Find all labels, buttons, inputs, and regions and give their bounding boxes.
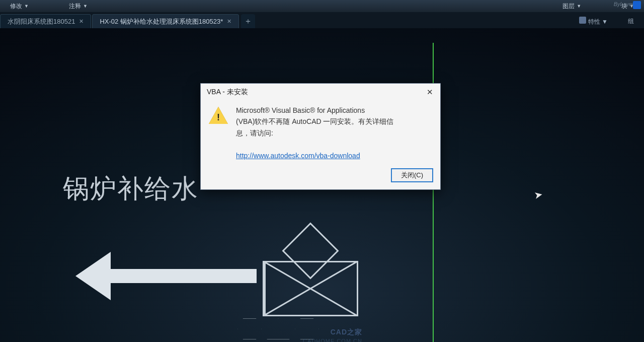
- document-tabs: 水阴阳床系统图180521 ✕ HX-02 锅炉补给水处理混床系统图180523…: [0, 12, 644, 28]
- ribbon-group-layer[interactable]: 图层 ▼: [562, 2, 581, 11]
- drawing-valve-symbol: [263, 231, 358, 316]
- bylayer-label: ByLayer: [614, 1, 634, 7]
- dialog-text-line: (VBA)软件不再随 AutoCAD 一同安装。有关详细信: [236, 117, 393, 125]
- dialog-link[interactable]: http://www.autodesk.com/vba-download: [236, 152, 360, 160]
- properties-dropdown[interactable]: 特性 ▼: [579, 17, 608, 26]
- app-icon[interactable]: [633, 1, 641, 9]
- watermark-text: CAD之家: [331, 328, 362, 337]
- dialog-message: Microsoft® Visual Basic® for Application…: [236, 105, 432, 161]
- dialog-text-line: 息，请访问:: [236, 129, 273, 137]
- tab-label: 水阴阳床系统图180521: [8, 17, 75, 26]
- tab-add-button[interactable]: ＋: [241, 14, 255, 28]
- dialog-title: VBA - 未安装: [207, 88, 248, 97]
- chevron-down-icon: ▼: [577, 4, 581, 9]
- ribbon-group-annotate[interactable]: 注释 ▼: [69, 2, 88, 11]
- close-icon[interactable]: ✕: [227, 18, 231, 25]
- drawing-shapes: [236, 317, 320, 340]
- vba-dialog: VBA - 未安装 ✕ ! Microsoft® Visual Basic® f…: [200, 83, 441, 190]
- watermark-url: CADHOME.COM.CN: [303, 338, 362, 342]
- chevron-down-icon: ▼: [602, 18, 608, 25]
- ribbon-label: 特性: [588, 18, 600, 25]
- ribbon-label: 修改: [10, 2, 22, 11]
- tab-label: HX-02 锅炉补给水处理混床系统图180523*: [100, 17, 223, 26]
- warning-icon: !: [209, 107, 228, 124]
- chevron-down-icon: ▼: [24, 4, 29, 9]
- chevron-down-icon: ▼: [83, 4, 88, 9]
- tab-document-1[interactable]: 水阴阳床系统图180521 ✕: [0, 14, 91, 28]
- ribbon-group-modify[interactable]: 修改 ▼: [10, 2, 29, 11]
- properties-icon: [579, 17, 586, 24]
- close-icon[interactable]: ✕: [425, 88, 435, 97]
- dialog-text-line: Microsoft® Visual Basic® for Application…: [236, 106, 365, 114]
- drawing-arrow: [75, 252, 257, 300]
- ribbon-label: 注释: [69, 2, 81, 11]
- mouse-cursor-icon: ➤: [533, 188, 544, 202]
- tab-document-2[interactable]: HX-02 锅炉补给水处理混床系统图180523* ✕: [92, 14, 239, 28]
- group-label: 组: [628, 17, 634, 26]
- dialog-titlebar[interactable]: VBA - 未安装 ✕: [201, 84, 440, 100]
- close-icon[interactable]: ✕: [79, 18, 84, 25]
- ribbon-label: 图层: [562, 2, 575, 11]
- drawing-title-text: 锅炉补给水: [63, 171, 199, 207]
- ribbon-bar: 修改 ▼ 注释 ▼ 图层 ▼ 块 ▼: [0, 0, 644, 12]
- close-button[interactable]: 关闭(C): [391, 168, 433, 182]
